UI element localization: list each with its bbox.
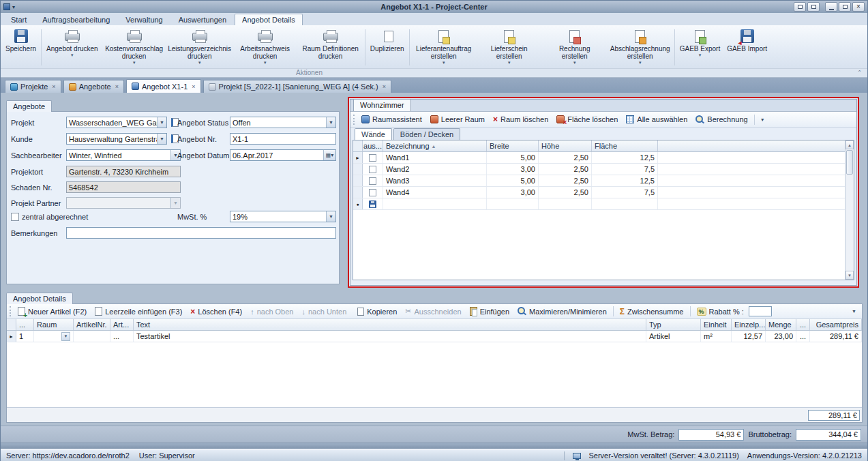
doc-tab-angebot-x1-1[interactable]: Angebot X1-1 × — [126, 79, 201, 93]
chevron-down-icon[interactable]: ▼ — [326, 211, 335, 222]
doc-tab-projekte[interactable]: Projekte × — [5, 80, 61, 93]
close-icon[interactable]: × — [115, 83, 119, 90]
leerzeile-einfuegen-button[interactable]: Leerzeile einfügen (F3) — [91, 306, 185, 317]
arbeitsnachweis-drucken-button[interactable]: Arbeitsnachweis drucken ▾ — [233, 27, 298, 68]
lieferantenauftrag-erstellen-button[interactable]: Lieferantenauftrag erstellen ▾ — [411, 27, 477, 68]
raum-definitionen-drucken-button[interactable]: Raum Definitionen drucken — [298, 27, 363, 68]
angebot-status-combobox[interactable]: Offen ▼ — [230, 117, 336, 128]
ribbon-tab-verwaltung[interactable]: Verwaltung — [118, 14, 170, 25]
new-row[interactable]: ● — [353, 198, 854, 210]
vertical-scrollbar[interactable]: ▲ ▼ — [845, 140, 854, 280]
row-checkbox[interactable] — [369, 177, 376, 185]
close-icon[interactable]: × — [383, 83, 386, 90]
cell-raum[interactable]: ▼ — [34, 331, 74, 342]
cell-breite[interactable]: 5,00 — [487, 175, 539, 186]
angebot-details-tab[interactable]: Angebot Details — [6, 293, 73, 304]
bemerkungen-input[interactable] — [66, 227, 336, 239]
berechnung-button[interactable]: Berechnung — [692, 114, 751, 125]
chevron-down-icon[interactable]: ▼ — [157, 117, 166, 128]
header-einheit[interactable]: Einheit — [701, 319, 732, 330]
scroll-down-icon[interactable]: ▼ — [845, 271, 854, 280]
scrollbar-thumb[interactable] — [846, 150, 853, 175]
wall-row-1[interactable]: ► Wand1 5,00 2,50 12,5 — [353, 152, 854, 164]
ribbon-collapse-icon[interactable]: ⌃ — [857, 70, 862, 76]
header-menge[interactable]: Menge — [766, 319, 796, 330]
projekt-combobox[interactable]: Wasserschaden_WEG Garte... ▼ — [66, 117, 167, 128]
header-breite[interactable]: Breite — [487, 140, 539, 151]
header-typ[interactable]: Typ — [646, 319, 701, 330]
flaeche-loeschen-button[interactable]: Fläche löschen — [553, 114, 621, 125]
mwst-combobox[interactable]: 19% ▼ — [230, 211, 336, 222]
article-row-1[interactable]: ► 1 ▼ ... Testartikel Artikel m² 12,57 2… — [7, 331, 862, 342]
header-einzelpreis[interactable]: Einzelp... — [732, 319, 766, 330]
maximize-button[interactable] — [839, 2, 851, 12]
cell-more-button[interactable]: ... — [796, 331, 810, 342]
zwischensumme-button[interactable]: Σ Zwischensumme — [616, 306, 687, 318]
row-checkbox[interactable] — [369, 189, 376, 196]
alle-auswaehlen-button[interactable]: Alle auswählen — [623, 114, 691, 125]
leerer-raum-button[interactable]: Leerer Raum — [427, 114, 488, 125]
angebot-datum-picker[interactable]: 06.Apr.2017 ▦▾ — [230, 149, 336, 161]
rabatt-input[interactable] — [749, 306, 772, 316]
cell-hoehe[interactable]: 2,50 — [539, 175, 592, 186]
cell-gesamtpreis[interactable]: 289,11 € — [810, 331, 862, 342]
row-checkbox[interactable] — [369, 166, 376, 173]
lieferschein-erstellen-button[interactable]: Lieferschein erstellen ▾ — [477, 27, 542, 68]
scroll-up-icon[interactable]: ▲ — [845, 140, 854, 149]
header-raum[interactable]: Raum — [34, 319, 74, 330]
header-art[interactable]: Art... — [110, 319, 134, 330]
row-checkbox[interactable] — [369, 154, 376, 162]
kopieren-button[interactable]: Kopieren — [351, 306, 400, 317]
berechnung-dropdown-icon[interactable]: ▼ — [758, 116, 768, 123]
tab-wohnzimmer[interactable]: Wohnzimmer — [353, 99, 411, 111]
cell-artikelnr[interactable] — [74, 331, 110, 342]
cell-flaeche[interactable]: 12,5 — [592, 175, 658, 186]
angebot-drucken-button[interactable]: Angebot drucken ▾ — [43, 27, 102, 68]
doc-tab-projekt-s2022-1[interactable]: Projekt [S_2022-1] [Sanierung_WEG A] (4 … — [203, 80, 391, 93]
minimize-button[interactable] — [825, 2, 837, 12]
cell-breite[interactable]: 3,00 — [487, 164, 539, 175]
cell-breite[interactable]: 3,00 — [487, 187, 539, 198]
ribbon-tab-start[interactable]: Start — [3, 14, 34, 25]
toolbar-overflow-icon[interactable]: ▼ — [849, 308, 859, 315]
header-flaeche[interactable]: Fläche — [592, 140, 658, 151]
cell-hoehe[interactable]: 2,50 — [539, 152, 592, 163]
header-more[interactable]: ... — [796, 319, 810, 330]
wall-row-2[interactable]: Wand2 3,00 2,50 7,5 — [353, 164, 854, 175]
kunde-combobox[interactable]: Hausverwaltung Gartenstraße ▼ — [66, 133, 167, 145]
header-gesamtpreis[interactable]: Gesamtpreis — [810, 319, 862, 330]
sachbearbeiter-combobox[interactable]: Winter, Winfried ▼ — [66, 149, 181, 161]
wall-row-3[interactable]: Wand3 5,00 2,50 12,5 — [353, 175, 854, 187]
calendar-icon[interactable]: ▦▾ — [323, 150, 335, 160]
chevron-down-icon[interactable]: ▼ — [157, 134, 166, 144]
cell-hoehe[interactable]: 2,50 — [539, 187, 592, 198]
header-bezeichnung[interactable]: Bezeichnung▲ — [383, 140, 487, 151]
raumassistent-button[interactable]: Raumassistent — [358, 114, 425, 125]
maximieren-minimieren-button[interactable]: Maximieren/Minimieren — [514, 306, 610, 317]
cell-flaeche[interactable]: 7,5 — [592, 164, 658, 175]
cell-bezeichnung[interactable]: Wand3 — [383, 175, 487, 186]
gaeb-export-button[interactable]: GAEB Export ▾ — [676, 27, 723, 68]
close-button[interactable]: × — [852, 2, 865, 12]
wall-row-4[interactable]: Wand4 3,00 2,50 7,5 — [353, 187, 854, 198]
tab-boeden-decken[interactable]: Böden / Decken — [393, 128, 460, 140]
cell-typ[interactable]: Artikel — [646, 331, 701, 342]
cell-hoehe[interactable]: 2,50 — [539, 164, 592, 175]
cell-einheit[interactable]: m² — [701, 331, 732, 342]
ribbon-tab-angebot-details[interactable]: Angebot Details — [235, 14, 303, 25]
cell-menge[interactable]: 23,00 — [766, 331, 796, 342]
zentral-abgerechnet-checkbox[interactable] — [11, 213, 19, 221]
ribbon-tab-auftragsbearbeitung[interactable]: Auftragsbearbeitung — [35, 14, 117, 25]
cell-einzelpreis[interactable]: 12,57 — [732, 331, 766, 342]
doc-tab-angebote[interactable]: Angebote × — [63, 80, 124, 93]
cell-num[interactable]: 1 — [16, 331, 34, 342]
header-text[interactable]: Text — [134, 319, 646, 330]
header-aus[interactable]: aus... — [363, 140, 383, 151]
cell-bezeichnung[interactable]: Wand1 — [383, 152, 487, 163]
cell-text[interactable]: Testartikel — [134, 331, 646, 342]
einfuegen-button[interactable]: Einfügen — [466, 306, 513, 317]
cell-breite[interactable]: 5,00 — [487, 152, 539, 163]
close-icon[interactable]: × — [52, 83, 55, 90]
cell-flaeche[interactable]: 12,5 — [592, 152, 658, 163]
cell-bezeichnung[interactable]: Wand2 — [383, 164, 487, 175]
